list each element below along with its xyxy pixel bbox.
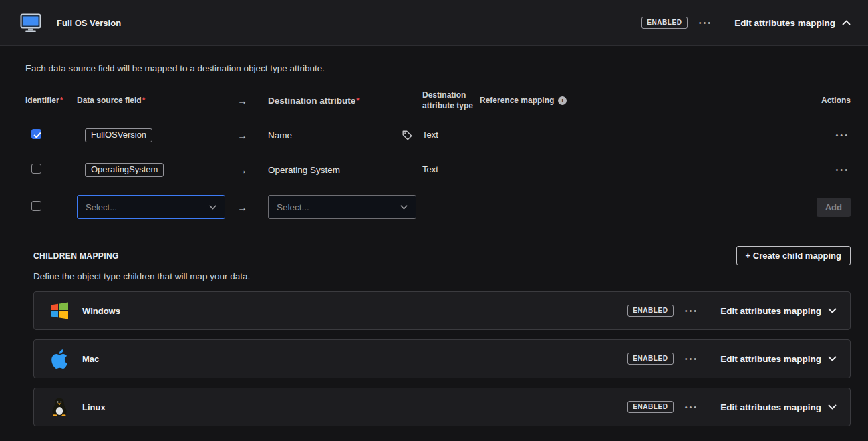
data-source-chip: OperatingSystem (85, 163, 164, 177)
child-name: Mac (82, 354, 99, 364)
linux-tux-icon (47, 397, 71, 417)
chevron-down-icon (828, 356, 837, 361)
divider (710, 397, 710, 417)
mapping-content: Each data source field will be mapped to… (0, 46, 868, 426)
column-header-data-source-field: Data source field* (77, 96, 237, 105)
edit-attributes-mapping-label: Edit attributes mapping (720, 306, 821, 316)
add-button[interactable]: Add (817, 198, 851, 217)
edit-attributes-mapping-label: Edit attributes mapping (720, 402, 821, 412)
mapping-row: FullOSVersion → Name Text ••• (25, 118, 851, 152)
more-menu-button[interactable]: ••• (684, 305, 700, 317)
chevron-down-icon (209, 205, 216, 210)
panel-header-left: Full OS Version (20, 13, 121, 32)
select-placeholder: Select... (277, 202, 309, 212)
child-mapping-card-mac: Mac ENABLED ••• Edit attributes mapping (33, 339, 851, 378)
data-source-chip: FullOSVersion (85, 128, 152, 142)
mapping-description: Each data source field will be mapped to… (25, 63, 851, 74)
row-actions-button[interactable]: ••• (834, 164, 851, 176)
required-marker: * (142, 96, 146, 105)
create-child-mapping-button[interactable]: + Create child mapping (736, 246, 851, 265)
column-header-identifier: Identifier* (25, 96, 77, 105)
column-header-actions: Actions (807, 96, 851, 105)
edit-attributes-mapping-toggle[interactable]: Edit attributes mapping (720, 354, 837, 364)
data-source-select[interactable]: Select... (77, 195, 225, 219)
panel-header-right: ENABLED ••• Edit attributes mapping (641, 13, 851, 33)
column-header-reference-mapping: Reference mapping i (480, 96, 807, 105)
destination-attribute-value: Name (268, 130, 292, 140)
destination-type-value: Text (422, 164, 480, 176)
identifier-checkbox[interactable] (31, 164, 41, 174)
children-mapping-title: CHILDREN MAPPING (33, 251, 119, 261)
edit-attributes-mapping-label: Edit attributes mapping (720, 354, 821, 364)
column-header-destination-attribute: Destination attribute* (268, 96, 422, 106)
divider (724, 13, 724, 33)
child-name: Linux (82, 402, 106, 412)
more-menu-button[interactable]: ••• (698, 17, 714, 29)
edit-attributes-mapping-toggle[interactable]: Edit attributes mapping (720, 402, 837, 412)
destination-attribute-select[interactable]: Select... (268, 195, 416, 219)
arrow-icon: → (237, 130, 268, 141)
edit-attributes-mapping-toggle[interactable]: Edit attributes mapping (720, 306, 837, 316)
child-name: Windows (82, 306, 120, 316)
identifier-checkbox[interactable] (31, 201, 41, 211)
windows-logo-icon (47, 301, 71, 321)
apple-logo-icon (47, 349, 71, 369)
attributes-mapping-table: Identifier* Data source field* → Destina… (25, 83, 851, 227)
edit-attributes-mapping-toggle[interactable]: Edit attributes mapping (734, 18, 851, 28)
chevron-down-icon (400, 205, 408, 210)
select-placeholder: Select... (86, 202, 117, 212)
chevron-down-icon (828, 404, 837, 410)
mapping-row: OperatingSystem → Operating System Text … (25, 152, 851, 187)
chevron-down-icon (828, 308, 837, 313)
monitor-icon (20, 13, 41, 32)
status-badge: ENABLED (627, 401, 674, 413)
panel-header: Full OS Version ENABLED ••• Edit attribu… (0, 0, 868, 46)
destination-type-value: Text (422, 129, 480, 141)
divider (710, 349, 710, 369)
column-header-destination-attribute-type: Destination attribute type (422, 90, 480, 111)
info-icon: i (558, 96, 567, 105)
identifier-checkbox[interactable] (31, 129, 41, 139)
new-mapping-row: Select... → Select... Add (25, 187, 851, 227)
more-menu-button[interactable]: ••• (684, 353, 700, 365)
required-marker: * (60, 96, 63, 105)
table-header-row: Identifier* Data source field* → Destina… (25, 83, 851, 118)
child-mapping-card-windows: Windows ENABLED ••• Edit attributes mapp… (33, 291, 851, 330)
tag-icon (402, 130, 413, 141)
divider (710, 301, 710, 321)
row-actions-button[interactable]: ••• (834, 129, 851, 142)
children-mapping-description: Define the object type children that wil… (33, 271, 851, 281)
more-menu-button[interactable]: ••• (684, 401, 700, 414)
panel-title: Full OS Version (57, 18, 121, 28)
required-marker: * (356, 96, 359, 106)
arrow-icon: → (237, 202, 268, 213)
status-badge: ENABLED (641, 17, 688, 29)
status-badge: ENABLED (627, 353, 674, 365)
destination-attribute-value: Operating System (268, 165, 340, 175)
chevron-up-icon (842, 20, 851, 25)
status-badge: ENABLED (627, 305, 674, 317)
edit-attributes-mapping-label: Edit attributes mapping (734, 18, 835, 28)
arrow-icon: → (237, 95, 268, 106)
children-mapping-section: CHILDREN MAPPING + Create child mapping … (33, 246, 851, 426)
child-mapping-card-linux: Linux ENABLED ••• Edit attributes mappin… (33, 388, 851, 426)
arrow-icon: → (237, 164, 268, 176)
